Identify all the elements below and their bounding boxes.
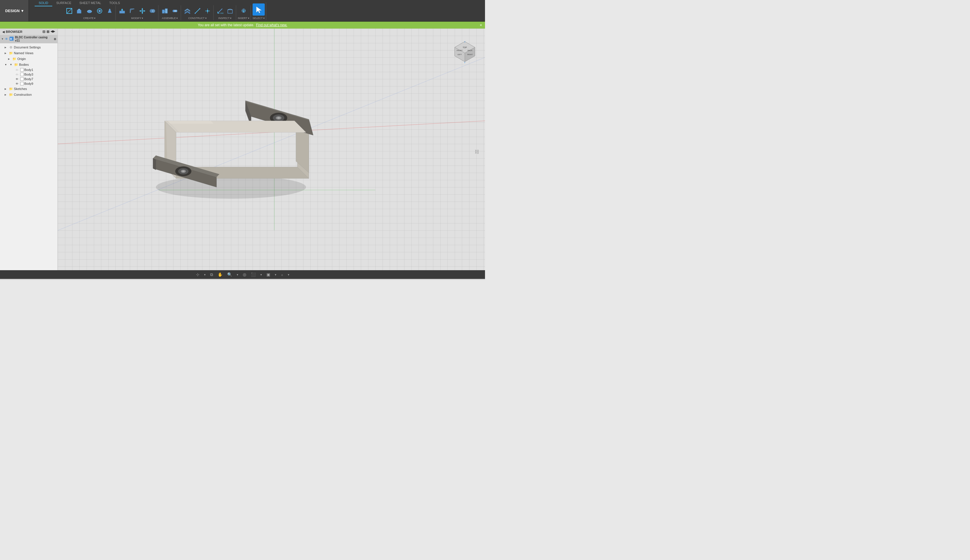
sweep-button[interactable]	[95, 6, 104, 15]
tree-item-bodies[interactable]: ▼ ▼ 📁 Bodies	[0, 62, 57, 67]
svg-text:BACK: BACK	[468, 50, 472, 51]
press-pull-button[interactable]	[117, 6, 127, 15]
tree-item-body9[interactable]: 👁 Body9	[0, 81, 57, 86]
expand-sketches[interactable]: ▶	[5, 88, 8, 90]
design-button[interactable]: DESIGN ▾	[0, 0, 29, 21]
svg-point-23	[172, 10, 175, 12]
create-icons	[65, 5, 114, 17]
measure-button[interactable]: mm	[216, 6, 225, 15]
combine-button[interactable]	[148, 6, 157, 15]
expand-origin[interactable]: ▶	[8, 58, 12, 60]
move-button[interactable]	[138, 6, 147, 15]
svg-marker-7	[108, 10, 112, 13]
look-at-tool[interactable]: ◎	[242, 272, 248, 277]
display-settings-tool[interactable]: ⬛	[250, 272, 257, 277]
body7-checkbox[interactable]	[20, 77, 24, 81]
loft-button[interactable]	[105, 6, 114, 15]
browser-back-icon[interactable]: ◀	[2, 30, 5, 33]
tab-tools[interactable]: TOOLS	[105, 0, 124, 6]
selection-filter-tool[interactable]: ⧉	[209, 272, 214, 278]
notification-close[interactable]: ×	[480, 23, 482, 27]
point-button[interactable]	[203, 6, 212, 15]
browser-expand-icon[interactable]: ⊞	[47, 30, 49, 34]
joint-button[interactable]	[170, 6, 179, 15]
tab-sheet-metal[interactable]: SHEET METAL	[75, 0, 105, 6]
body3-eye-icon[interactable]: 👁	[15, 73, 20, 76]
axis-button[interactable]	[193, 6, 202, 15]
zoom-tool[interactable]: 🔍	[226, 272, 233, 277]
body3-checkbox[interactable]	[20, 73, 24, 76]
browser-collapse-icon[interactable]: ◀▶	[50, 30, 55, 34]
notification-link[interactable]: Find out what's new.	[256, 23, 287, 27]
fillet-button[interactable]	[128, 6, 137, 15]
tree-item-named-views[interactable]: ▶ 📁 Named Views	[0, 50, 57, 56]
gear-icon: ⚙	[8, 45, 13, 50]
viewport[interactable]: TOP RIGHT BACK LEFT FRONT Z ⛓	[58, 28, 485, 270]
zoom-settings-icon[interactable]: ▾	[236, 273, 239, 277]
svg-text:Z: Z	[464, 41, 465, 43]
expand-bodies[interactable]: ▼	[5, 63, 8, 66]
offset-plane-button[interactable]	[183, 6, 192, 15]
assemble-label: ASSEMBLE ▾	[162, 17, 178, 20]
svg-point-69	[277, 117, 280, 119]
tree-item-construction[interactable]: ▶ 📁 Construction	[0, 92, 57, 97]
group-create: CREATE ▾	[64, 5, 116, 20]
tree-item-body1[interactable]: 👁 Body1	[0, 67, 57, 72]
group-modify: MODIFY ▾	[116, 5, 159, 20]
visual-style-arrow[interactable]: ▾	[274, 273, 278, 277]
select-button[interactable]	[253, 3, 265, 15]
select-label: SELECT ▾	[253, 17, 265, 20]
revolve-button[interactable]	[85, 6, 94, 15]
expand-named-views[interactable]: ▶	[5, 52, 8, 55]
tree-item-document-settings[interactable]: ▶ ⚙ Document Settings	[0, 44, 57, 50]
body9-checkbox[interactable]	[20, 82, 24, 85]
pan-tool[interactable]: ✋	[216, 272, 224, 277]
tree-item-sketches[interactable]: ▶ 📁 Sketches	[0, 86, 57, 92]
tree-item-origin[interactable]: ▶ 📁 Origin	[0, 56, 57, 62]
snap-settings-icon[interactable]: ▾	[203, 273, 207, 277]
body1-eye-icon[interactable]: 👁	[15, 68, 20, 72]
inspect-btn2[interactable]	[226, 6, 235, 15]
tree-item-body3[interactable]: 👁 Body3	[0, 72, 57, 77]
expand-doc-settings[interactable]: ▶	[5, 46, 8, 49]
body7-eye-icon[interactable]: 👁	[15, 78, 20, 81]
grid-snap-tool[interactable]: ⊹	[195, 272, 201, 277]
construct-icons	[183, 5, 212, 17]
document-name: BLDC Controller casing v11	[15, 36, 52, 42]
doc-settings-icon[interactable]: ⚙	[54, 37, 56, 41]
design-label: DESIGN	[5, 8, 20, 13]
link-icon: ⛓	[475, 149, 479, 155]
tree-item-body7[interactable]: 👁 Body7	[0, 77, 57, 81]
origin-label: Origin	[17, 57, 26, 60]
svg-point-29	[195, 13, 196, 14]
effects-arrow[interactable]: ▾	[287, 273, 290, 277]
doc-eye-icon[interactable]: 👁	[5, 37, 8, 41]
body9-label: Body9	[24, 82, 33, 85]
insert-icons	[239, 5, 248, 17]
doc-collapse-icon[interactable]: ▼	[1, 37, 4, 40]
extrude-button[interactable]	[75, 6, 84, 15]
new-sketch-button[interactable]	[65, 6, 74, 15]
browser-filter-icon[interactable]: ⊟	[42, 30, 45, 34]
body1-checkbox[interactable]	[20, 68, 24, 72]
tab-solid[interactable]: SOLID	[35, 0, 52, 6]
svg-text:TOP: TOP	[463, 47, 467, 48]
body9-eye-icon[interactable]: 👁	[15, 82, 20, 85]
design-arrow: ▾	[22, 8, 23, 13]
bottom-toolbar: ⊹ ▾ ⧉ ✋ 🔍 ▾ ◎ ⬛ ▾ ▣ ▾ ⬦ ▾	[0, 270, 485, 279]
visual-style-tool[interactable]: ▣	[265, 272, 271, 277]
svg-marker-16	[139, 10, 141, 12]
assemble-new-button[interactable]	[160, 6, 169, 15]
display-settings-arrow[interactable]: ▾	[259, 273, 263, 277]
document-item[interactable]: ▼ 👁 B BLDC Controller casing v11 ⚙	[0, 35, 57, 43]
tab-surface[interactable]: SURFACE	[52, 0, 75, 6]
group-assemble: ASSEMBLE ▾	[159, 5, 181, 20]
insert-button[interactable]	[239, 6, 248, 15]
browser-panel: ◀ BROWSER ⊟ ⊞ ◀▶ ▼ 👁 B BLDC Controller c…	[0, 28, 58, 270]
svg-text:FRONT: FRONT	[457, 50, 463, 51]
svg-point-31	[207, 10, 209, 12]
expand-construction[interactable]: ▶	[5, 93, 8, 96]
bodies-collapse-icon: ▼	[8, 62, 13, 67]
effects-tool[interactable]: ⬦	[280, 272, 284, 277]
navigation-cube[interactable]: TOP RIGHT BACK LEFT FRONT Z	[453, 40, 477, 63]
